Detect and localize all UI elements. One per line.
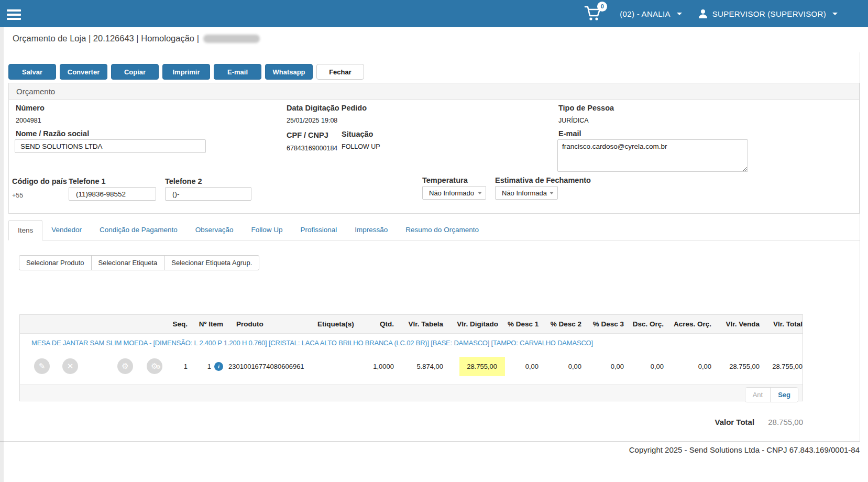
redacted-text	[203, 35, 260, 43]
telefone1-label: Telefone 1	[69, 177, 106, 185]
cell-desc3: 0,00	[584, 363, 627, 370]
telefone1-input[interactable]	[69, 187, 156, 201]
numero-value: 2004981	[16, 117, 41, 124]
cart-button[interactable]: 0	[584, 5, 604, 23]
whatsapp-button[interactable]: Whatsapp	[265, 64, 313, 80]
codigo-pais-label: Código do país	[12, 177, 67, 185]
cell-seq: 1	[168, 363, 192, 370]
store-selector[interactable]: (02) - ANALIA	[620, 9, 682, 18]
breadcrumb-text: Orçamento de Loja | 20.126643 | Homologa…	[13, 34, 199, 43]
tab-condicao-pagamento[interactable]: Condição de Pagamento	[91, 220, 186, 240]
codigo-pais-value: +55	[12, 192, 23, 199]
header-qtd: Qtd.	[362, 320, 396, 328]
email-label: E-mail	[558, 129, 581, 138]
totals: Valor Total 28.755,00	[8, 418, 803, 426]
header-vlr-venda: Vlr. Venda	[718, 320, 764, 328]
cell-dsc-orc: 0,00	[627, 363, 669, 370]
estimativa-value: Não Informada	[502, 189, 547, 197]
tab-profissional[interactable]: Profissional	[292, 220, 346, 240]
convert-button[interactable]: Converter	[60, 64, 107, 80]
hamburger-menu-icon[interactable]	[5, 5, 23, 23]
telefone2-input[interactable]	[165, 187, 251, 201]
cell-produto: 23010016774080606961	[226, 363, 310, 370]
cell-acres-orc: 0,00	[669, 363, 718, 370]
situacao-value: FOLLOW UP	[342, 143, 380, 150]
situacao-label: Situação	[342, 130, 373, 138]
tab-follow-up[interactable]: Follow Up	[243, 220, 292, 240]
tab-bar: Itens Vendedor Condição de Pagamento Obs…	[8, 220, 860, 240]
header-vlr-total: Vlr. Total	[764, 320, 804, 328]
header-desc1: % Desc 1	[508, 320, 541, 328]
copy-button[interactable]: Copiar	[111, 64, 159, 80]
product-description: MESA DE JANTAR SAM SLIM MOEDA - [DIMENSÃ…	[20, 334, 803, 348]
delete-icon[interactable]: ✕	[62, 358, 78, 374]
page: 0 (02) - ANALIA SUPERVISOR (SUPERVISOR) …	[0, 0, 868, 482]
header-acres-orc: Acres. Orç.	[669, 320, 718, 328]
highlighted-value[interactable]: 28.755,00	[459, 357, 505, 376]
cell-desc2: 0,00	[541, 363, 584, 370]
row-actions: ✎ ✕ ⚙ ⚙⚙	[20, 348, 168, 385]
table-footer: Ant Seg	[20, 385, 803, 401]
top-navbar: 0 (02) - ANALIA SUPERVISOR (SUPERVISOR)	[0, 0, 868, 27]
pagination-next-button[interactable]: Seg	[771, 388, 798, 402]
email-textarea[interactable]: francisco.cardoso@cyrela.com.br	[557, 139, 748, 172]
cell-desc1: 0,00	[508, 363, 541, 370]
cell-vlr-total: 28.755,00	[764, 363, 804, 370]
pagination-prev-button[interactable]: Ant	[745, 388, 771, 402]
estimativa-select[interactable]: Não Informada	[495, 186, 558, 200]
items-table: Seq. Nº Item Produto Etiqueta(s) Qtd. Vl…	[19, 314, 803, 401]
cell-qtd: 1,0000	[362, 363, 396, 370]
save-button[interactable]: Salvar	[8, 64, 56, 80]
orcamento-panel: Orçamento Número 2004981 Nome / Razão so…	[8, 83, 860, 214]
cell-vlr-venda: 28.755,00	[718, 363, 764, 370]
edit-icon[interactable]: ✎	[34, 358, 50, 374]
gears-icon[interactable]: ⚙⚙	[147, 358, 162, 374]
header-dsc-orc: Dsc. Orç.	[627, 320, 669, 328]
user-menu[interactable]: SUPERVISOR (SUPERVISOR)	[698, 8, 838, 19]
valor-total-value: 28.755,00	[768, 418, 803, 426]
gear-icon[interactable]: ⚙	[117, 358, 133, 374]
tab-vendedor[interactable]: Vendedor	[42, 220, 91, 240]
header-seq: Seq.	[168, 320, 192, 328]
header-desc3: % Desc 3	[584, 320, 627, 328]
user-label: SUPERVISOR (SUPERVISOR)	[712, 9, 826, 18]
chevron-down-icon	[478, 192, 482, 194]
email-button[interactable]: E-mail	[214, 64, 261, 80]
tipo-pessoa-label: Tipo de Pessoa	[558, 104, 614, 112]
chevron-down-icon	[677, 13, 682, 15]
data-digitacao-value: 25/01/2025 19:08	[287, 117, 337, 124]
temperatura-select[interactable]: Não Informado	[422, 186, 486, 200]
header-desc2: % Desc 2	[541, 320, 584, 328]
print-button[interactable]: Imprimir	[162, 64, 210, 80]
header-vlr-tabela: Vlr. Tabela	[396, 320, 446, 328]
tab-resumo-orcamento[interactable]: Resumo do Orçamento	[397, 220, 488, 240]
close-button[interactable]: Fechar	[316, 64, 364, 80]
chevron-down-icon	[550, 192, 554, 194]
cpf-cnpj-value: 67843169000184	[287, 145, 337, 152]
item-action-buttons: Selecionar Produto Selecionar Etiqueta S…	[19, 255, 259, 270]
valor-total-label: Valor Total	[715, 418, 755, 426]
selecionar-etiqueta-agrup-button[interactable]: Selecionar Etiqueta Agrup.	[164, 255, 259, 270]
store-label: (02) - ANALIA	[620, 9, 670, 18]
cart-badge: 0	[597, 2, 607, 12]
header-etiquetas: Etiqueta(s)	[310, 320, 362, 328]
small-gear-icon: ⚙	[156, 359, 161, 375]
user-icon	[698, 8, 708, 19]
breadcrumb: Orçamento de Loja | 20.126643 | Homologa…	[13, 34, 260, 43]
selecionar-produto-button[interactable]: Selecionar Produto	[19, 255, 92, 270]
selecionar-etiqueta-button[interactable]: Selecionar Etiqueta	[91, 255, 165, 270]
nome-input[interactable]	[15, 139, 206, 153]
page-left-gutter	[0, 27, 4, 482]
nome-label: Nome / Razão social	[16, 129, 89, 138]
chevron-down-icon	[832, 13, 838, 15]
tab-itens[interactable]: Itens	[8, 220, 42, 240]
info-icon[interactable]: i	[214, 362, 223, 371]
tab-impressao[interactable]: Impressão	[346, 220, 397, 240]
cell-vlr-tabela: 5.874,00	[396, 363, 446, 370]
telefone2-label: Telefone 2	[165, 177, 202, 185]
header-n-item: Nº Item	[192, 320, 226, 328]
footer-copyright: Copyright 2025 - Send Solutions Ltda - C…	[0, 445, 860, 454]
cpf-cnpj-label: CPF / CNPJ	[287, 131, 328, 139]
table-row: ✎ ✕ ⚙ ⚙⚙ 1 1 i 23010016774080606961 1,00…	[20, 348, 803, 385]
tab-observacao[interactable]: Observação	[186, 220, 243, 240]
